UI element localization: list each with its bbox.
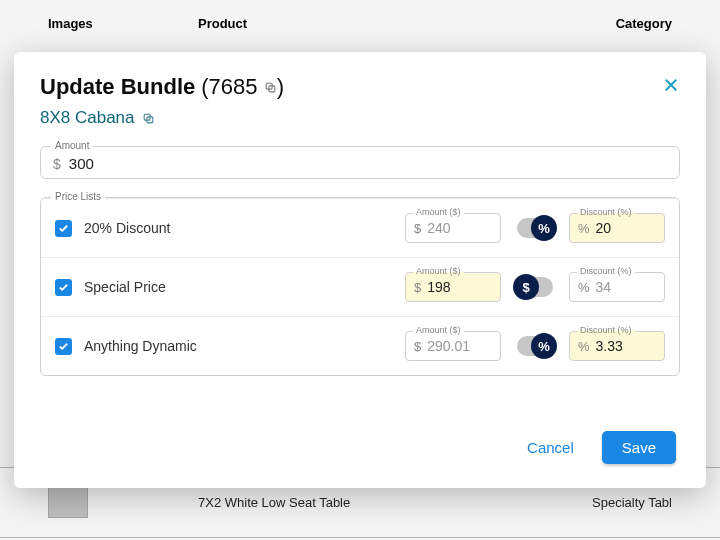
discount-value: 3.33 xyxy=(596,338,656,354)
dollar-icon: $ xyxy=(414,221,421,236)
amount-value: 240 xyxy=(427,220,492,236)
copy-icon[interactable] xyxy=(264,81,277,94)
amount-field[interactable]: Amount ($) $ 198 xyxy=(405,272,501,302)
currency-prefix: $ xyxy=(53,156,61,172)
dialog-title: Update Bundle (7685 ) xyxy=(40,74,284,100)
price-list-row: Special Price Amount ($) $ 198 $ Discoun… xyxy=(41,257,679,316)
cancel-button[interactable]: Cancel xyxy=(513,431,588,464)
field-label: Discount (%) xyxy=(577,207,635,217)
product-name: 8X8 Cabana xyxy=(40,108,135,128)
close-button[interactable] xyxy=(662,76,680,98)
checkbox[interactable] xyxy=(55,338,72,355)
mode-toggle[interactable]: $ xyxy=(517,277,553,297)
check-icon xyxy=(58,282,69,293)
percent-icon: % xyxy=(578,280,590,295)
mode-toggle[interactable]: % xyxy=(517,336,553,356)
discount-field[interactable]: Discount (%) % 20 xyxy=(569,213,665,243)
dollar-icon: $ xyxy=(414,339,421,354)
update-bundle-dialog: Update Bundle (7685 ) 8X8 Cabana Amount … xyxy=(14,52,706,488)
bundle-id: 7685 xyxy=(209,74,258,99)
price-list-row: 20% Discount Amount ($) $ 240 % Discount… xyxy=(41,198,679,257)
check-icon xyxy=(58,223,69,234)
amount-label: Amount xyxy=(51,140,93,151)
amount-field[interactable]: Amount ($) $ 290.01 xyxy=(405,331,501,361)
title-text: Update Bundle xyxy=(40,74,195,100)
field-label: Amount ($) xyxy=(413,207,464,217)
discount-field[interactable]: Discount (%) % 34 xyxy=(569,272,665,302)
amount-field[interactable]: Amount $ xyxy=(40,146,680,179)
checkbox[interactable] xyxy=(55,279,72,296)
discount-value: 20 xyxy=(596,220,656,236)
price-list-name: Special Price xyxy=(84,279,405,295)
amount-value: 198 xyxy=(427,279,492,295)
percent-icon: % xyxy=(531,333,557,359)
copy-icon[interactable] xyxy=(142,112,155,125)
amount-input[interactable] xyxy=(69,155,667,172)
check-icon xyxy=(58,341,69,352)
dollar-icon: $ xyxy=(513,274,539,300)
price-list-name: Anything Dynamic xyxy=(84,338,405,354)
price-lists-section: Price Lists 20% Discount Amount ($) $ 24… xyxy=(40,197,680,376)
price-list-row: Anything Dynamic Amount ($) $ 290.01 % D… xyxy=(41,316,679,375)
percent-icon: % xyxy=(578,339,590,354)
discount-value: 34 xyxy=(596,279,656,295)
checkbox[interactable] xyxy=(55,220,72,237)
dollar-icon: $ xyxy=(414,280,421,295)
amount-field[interactable]: Amount ($) $ 240 xyxy=(405,213,501,243)
price-list-name: 20% Discount xyxy=(84,220,405,236)
discount-field[interactable]: Discount (%) % 3.33 xyxy=(569,331,665,361)
product-link[interactable]: 8X8 Cabana xyxy=(14,106,706,142)
field-label: Amount ($) xyxy=(413,266,464,276)
field-label: Discount (%) xyxy=(577,266,635,276)
save-button[interactable]: Save xyxy=(602,431,676,464)
field-label: Amount ($) xyxy=(413,325,464,335)
percent-icon: % xyxy=(578,221,590,236)
percent-icon: % xyxy=(531,215,557,241)
price-lists-label: Price Lists xyxy=(51,191,105,202)
field-label: Discount (%) xyxy=(577,325,635,335)
amount-value: 290.01 xyxy=(427,338,492,354)
close-icon xyxy=(662,76,680,94)
mode-toggle[interactable]: % xyxy=(517,218,553,238)
